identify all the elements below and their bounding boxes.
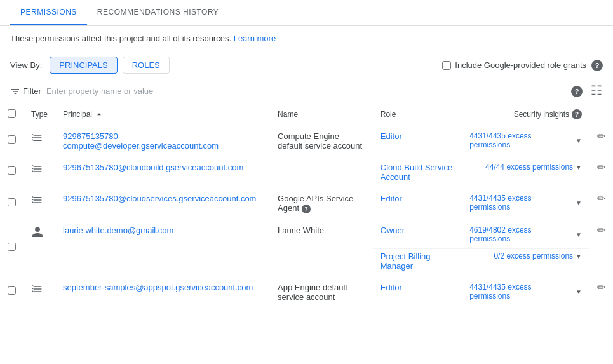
table-row: 929675135780-compute@developer.gservicea… bbox=[0, 125, 613, 156]
filter-help-icon[interactable]: ? bbox=[571, 86, 583, 97]
th-name: Name bbox=[270, 104, 373, 125]
info-text: These permissions affect this project an… bbox=[10, 34, 231, 43]
row-checkbox-cell bbox=[0, 156, 24, 187]
include-google-roles-help-icon[interactable]: ? bbox=[591, 60, 603, 71]
view-roles-button[interactable]: ROLES bbox=[123, 57, 170, 74]
view-principals-button[interactable]: PRINCIPALS bbox=[50, 57, 117, 74]
security-dropdown-arrow[interactable]: ▼ bbox=[576, 164, 582, 171]
filter-icon bbox=[10, 86, 20, 97]
select-all-checkbox[interactable] bbox=[8, 109, 16, 118]
th-type: Type bbox=[24, 104, 55, 125]
role-label[interactable]: Editor bbox=[381, 194, 402, 203]
svg-rect-11 bbox=[32, 171, 34, 172]
row-checkbox[interactable] bbox=[8, 166, 16, 175]
security-insight-link[interactable]: 0/2 excess permissions bbox=[494, 252, 573, 260]
svg-rect-0 bbox=[33, 135, 41, 136]
security-insight-link[interactable]: 44/44 excess permissions bbox=[485, 163, 573, 172]
edit-icon[interactable]: ✏ bbox=[597, 193, 605, 204]
svg-rect-7 bbox=[33, 168, 41, 170]
security-dropdown-arrow[interactable]: ▼ bbox=[576, 199, 582, 206]
role-label[interactable]: Project Billing Manager bbox=[381, 252, 431, 271]
row-checkbox-cell bbox=[0, 276, 24, 307]
tab-recommendations-history[interactable]: RECOMMENDATIONS HISTORY bbox=[87, 0, 229, 25]
row-checkbox-cell bbox=[0, 125, 24, 156]
tabs-bar: PERMISSIONS RECOMMENDATIONS HISTORY bbox=[0, 0, 613, 26]
include-google-roles-label[interactable]: Include Google-provided role grants bbox=[442, 60, 586, 70]
row-edit-cell: ✏ bbox=[589, 219, 613, 276]
svg-rect-1 bbox=[33, 137, 41, 138]
row-security-cell: 4619/4802 excess permissions ▼ bbox=[462, 219, 589, 249]
person-icon bbox=[31, 226, 44, 238]
th-principal[interactable]: Principal bbox=[55, 104, 270, 125]
filter-right: ? bbox=[571, 84, 603, 98]
row-type-cell bbox=[24, 276, 55, 307]
security-insight-link[interactable]: 4431/4435 excess permissions bbox=[469, 131, 573, 149]
principal-link[interactable]: september-samples@appspot.gserviceaccoun… bbox=[63, 283, 253, 292]
svg-rect-12 bbox=[33, 197, 41, 198]
security-dropdown-arrow[interactable]: ▼ bbox=[576, 231, 582, 238]
service-account-icon bbox=[31, 163, 44, 175]
role-label[interactable]: Cloud Build Service Account bbox=[381, 163, 452, 182]
learn-more-link[interactable]: Learn more bbox=[234, 34, 276, 43]
name-help-icon[interactable]: ? bbox=[302, 205, 311, 213]
row-principal-cell: laurie.white.demo@gmail.com bbox=[55, 219, 270, 276]
include-google-roles-checkbox[interactable] bbox=[442, 61, 451, 70]
row-type-cell bbox=[24, 125, 55, 156]
svg-rect-19 bbox=[33, 288, 41, 290]
row-checkbox[interactable] bbox=[8, 243, 16, 251]
svg-rect-16 bbox=[32, 199, 34, 200]
row-security-cell: 4431/4435 excess permissions ▼ bbox=[462, 125, 589, 156]
principal-link[interactable]: laurie.white.demo@gmail.com bbox=[63, 226, 173, 235]
service-account-icon bbox=[31, 283, 44, 295]
row-checkbox[interactable] bbox=[8, 135, 16, 144]
edit-icon[interactable]: ✏ bbox=[597, 282, 605, 293]
row-checkbox-cell bbox=[0, 219, 24, 276]
security-dropdown-arrow[interactable]: ▼ bbox=[576, 288, 582, 295]
role-label[interactable]: Editor bbox=[381, 131, 402, 141]
row-checkbox[interactable] bbox=[8, 286, 16, 295]
row-principal-cell: 929675135780@cloudbuild.gserviceaccount.… bbox=[55, 156, 270, 187]
sort-icon bbox=[95, 110, 104, 119]
info-bar: These permissions affect this project an… bbox=[0, 26, 613, 51]
filter-label: Filter bbox=[10, 86, 41, 97]
service-account-icon bbox=[31, 194, 44, 206]
row-type-cell bbox=[24, 187, 55, 219]
security-dropdown-arrow[interactable]: ▼ bbox=[576, 253, 582, 260]
role-label[interactable]: Editor bbox=[381, 283, 402, 292]
security-insight-link[interactable]: 4431/4435 excess permissions bbox=[469, 283, 573, 300]
th-edit bbox=[589, 104, 613, 125]
row-checkbox[interactable] bbox=[8, 198, 16, 206]
security-insight-link[interactable]: 4619/4802 excess permissions bbox=[469, 226, 573, 243]
column-display-icon[interactable] bbox=[590, 84, 603, 98]
svg-rect-21 bbox=[32, 285, 34, 286]
tab-permissions[interactable]: PERMISSIONS bbox=[10, 0, 87, 25]
svg-rect-15 bbox=[32, 196, 34, 198]
row-name-cell: Compute Engine default service account bbox=[270, 125, 373, 156]
table-row: 929675135780@cloudservices.gserviceaccou… bbox=[0, 187, 613, 219]
security-dropdown-arrow[interactable]: ▼ bbox=[576, 137, 582, 144]
principal-link[interactable]: 929675135780-compute@developer.gservicea… bbox=[63, 131, 219, 151]
svg-rect-3 bbox=[32, 134, 34, 135]
svg-rect-8 bbox=[33, 171, 41, 172]
role-label[interactable]: Owner bbox=[381, 226, 405, 235]
include-google-roles-text: Include Google-provided role grants bbox=[455, 60, 586, 70]
row-type-cell bbox=[24, 219, 55, 276]
table-row: laurie.white.demo@gmail.com Laurie White… bbox=[0, 219, 613, 249]
principal-link[interactable]: 929675135780@cloudbuild.gserviceaccount.… bbox=[63, 163, 243, 172]
edit-icon[interactable]: ✏ bbox=[597, 131, 605, 142]
th-security-insights: Security insights ? bbox=[462, 104, 589, 125]
edit-icon[interactable]: ✏ bbox=[597, 225, 605, 236]
row-role-cell: Project Billing Manager bbox=[373, 249, 462, 276]
row-name-cell: Google APIs Service Agent ? bbox=[270, 187, 373, 219]
filter-input[interactable] bbox=[46, 86, 212, 96]
edit-icon[interactable]: ✏ bbox=[597, 162, 605, 173]
svg-rect-17 bbox=[32, 202, 34, 203]
security-insight-link[interactable]: 4431/4435 excess permissions bbox=[469, 194, 573, 212]
row-role-cell: Owner bbox=[373, 219, 462, 249]
security-insights-help-icon[interactable]: ? bbox=[572, 109, 582, 119]
table-row: 929675135780@cloudbuild.gserviceaccount.… bbox=[0, 156, 613, 187]
view-by-label: View By: bbox=[10, 60, 42, 70]
row-name-cell: Laurie White bbox=[270, 219, 373, 276]
principal-link[interactable]: 929675135780@cloudservices.gserviceaccou… bbox=[63, 194, 256, 203]
row-edit-cell: ✏ bbox=[589, 156, 613, 187]
